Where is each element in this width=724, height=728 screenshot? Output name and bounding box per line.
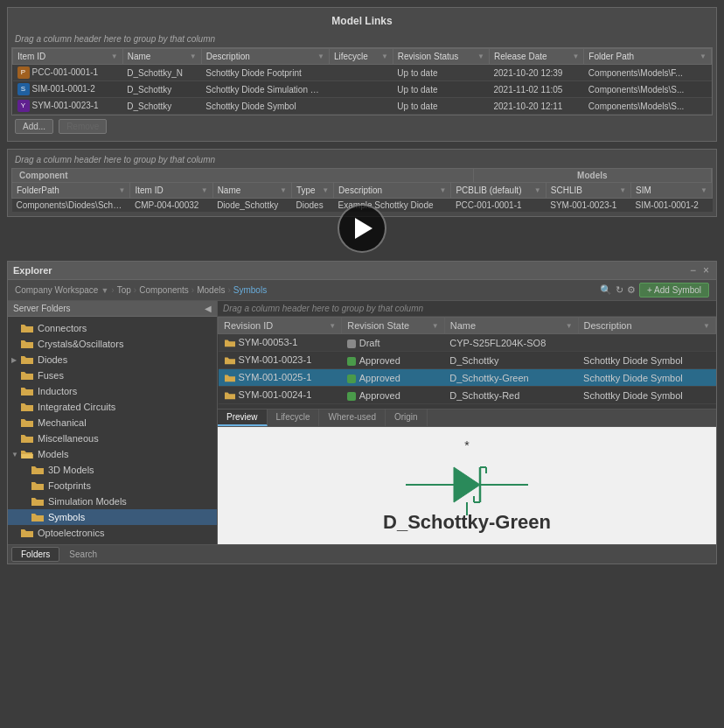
folder-item[interactable]: Symbols (8, 509, 217, 525)
col-name[interactable]: Name▼ (122, 49, 201, 65)
sym-col-name[interactable]: Name▼ (444, 318, 578, 334)
preview-tabs: PreviewLifecycleWhere-usedOrigin (218, 410, 716, 427)
folder-label: Miscellaneous (38, 433, 213, 444)
asterisk: * (464, 438, 469, 452)
ml-desc: Schottky Diode Simulation Model (201, 81, 329, 98)
breadcrumb-models[interactable]: Models (197, 285, 225, 295)
folder-item[interactable]: Crystals&Oscillators (8, 336, 217, 352)
breadcrumb-actions: 🔍 ↻ ⚙ + Add Symbol (600, 283, 709, 298)
collapse-button[interactable]: ◀ (205, 304, 212, 313)
symbol-row[interactable]: SYM-001-0024-1 Approved D_Schottky-Red S… (219, 387, 716, 404)
add-button[interactable]: Add... (15, 119, 53, 134)
model-links-row[interactable]: PPCC-001-0001-1 D_Schottky_N Schottky Di… (13, 65, 712, 81)
folder-item[interactable]: Footprints (8, 478, 217, 494)
folder-row-icon (224, 338, 236, 348)
explorer-close-btn[interactable]: × (701, 264, 711, 276)
content-area: Drag a column header here to group by th… (218, 301, 716, 544)
comp-col-desc[interactable]: Description▼ (334, 183, 451, 199)
breadcrumb-components[interactable]: Components (139, 285, 189, 295)
comp-col-schlib[interactable]: SCHLIB▼ (546, 183, 630, 199)
model-links-footer: Add... Remove (11, 116, 713, 137)
folder-item[interactable]: Simulation Models (8, 494, 217, 509)
add-symbol-button[interactable]: + Add Symbol (639, 283, 709, 298)
server-folders-header: Server Folders ◀ (8, 301, 217, 317)
component-section-label: Component (12, 169, 474, 182)
symbol-row[interactable]: SYM-001-0023-1 Approved D_Schottky Schot… (219, 352, 716, 369)
folder-item[interactable]: Mechanical (8, 415, 217, 430)
explorer-minimize-btn[interactable]: − (688, 264, 698, 276)
folder-item[interactable]: 3D Models (8, 462, 217, 478)
tab-preview[interactable]: Preview (218, 410, 268, 426)
tab-lifecycle[interactable]: Lifecycle (268, 410, 320, 426)
explorer-panel: Explorer − × Company Workspace ▼ › Top ›… (7, 261, 717, 564)
bottom-tab-folders[interactable]: Folders (11, 547, 59, 562)
folder-tree: Connectors Crystals&Oscillators ▶ Diodes… (8, 317, 217, 544)
model-links-row[interactable]: SSIM-001-0001-2 D_Schottky Schottky Diod… (13, 81, 712, 98)
workspace-selector[interactable]: Company Workspace (15, 285, 98, 295)
settings-btn[interactable]: ⚙ (627, 284, 636, 296)
refresh-btn[interactable]: ↻ (616, 284, 623, 296)
workspace-arrow: ▼ (101, 286, 108, 295)
ml-item-id: YSYM-001-0023-1 (13, 98, 123, 115)
row-name: Diode_Schottky (212, 199, 291, 213)
row-itemid: CMP-004-00032 (130, 199, 212, 213)
ml-folder-path: Components\Models\F... (584, 65, 712, 81)
breadcrumb-top[interactable]: Top (117, 285, 131, 295)
folder-item[interactable]: Fuses (8, 368, 217, 383)
folder-icon (20, 385, 34, 397)
col-revision-status[interactable]: Revision Status▼ (393, 49, 489, 65)
folder-item[interactable]: Inductors (8, 383, 217, 399)
col-item-id[interactable]: Item ID▼ (13, 49, 123, 65)
sub-header: Component Models (11, 168, 713, 182)
col-lifecycle[interactable]: Lifecycle▼ (329, 49, 393, 65)
comp-col-sim[interactable]: SIM▼ (631, 183, 713, 199)
folder-icon (20, 354, 34, 366)
folder-item[interactable]: ▶ Diodes (8, 352, 217, 368)
play-button[interactable] (338, 204, 386, 253)
sym-col-revid[interactable]: Revision ID▼ (219, 318, 342, 334)
folder-label: Connectors (38, 323, 213, 333)
comp-col-folderpath[interactable]: FolderPath▼ (12, 183, 130, 199)
sym-rev-id: SYM-001-0025-1 (219, 369, 342, 387)
col-release-date[interactable]: Release Date▼ (489, 49, 583, 65)
col-folder-path[interactable]: Folder Path▼ (584, 49, 712, 65)
symbol-row[interactable]: SYM-001-0025-1 Approved D_Schottky-Green… (219, 369, 716, 387)
row-sim: SIM-001-0001-2 (631, 199, 713, 213)
remove-button[interactable]: Remove (59, 119, 107, 134)
folder-label: Symbols (48, 512, 213, 522)
row-type-icon: Y (17, 100, 30, 112)
ml-item-id: PPCC-001-0001-1 (13, 65, 123, 81)
col-description[interactable]: Description▼ (201, 49, 329, 65)
ml-desc: Schottky Diode Symbol (201, 98, 329, 115)
bottom-tab-search[interactable]: Search (59, 547, 107, 562)
model-links-row[interactable]: YSYM-001-0023-1 D_Schottky Schottky Diod… (13, 98, 712, 115)
tab-where-used[interactable]: Where-used (319, 410, 385, 426)
folder-arrow: ▶ (11, 356, 20, 364)
folder-label: Models (38, 449, 213, 459)
folder-label: Inductors (38, 386, 213, 396)
comp-col-name[interactable]: Name▼ (212, 183, 291, 199)
folder-item[interactable]: Optoelectronics (8, 525, 217, 541)
folder-icon (31, 495, 45, 508)
comp-col-pcblib[interactable]: PCBLIB (default)▼ (451, 183, 546, 199)
ml-name: D_Schottky (122, 98, 201, 115)
folder-item[interactable]: Connectors (8, 320, 217, 336)
sym-col-state[interactable]: Revision State▼ (342, 318, 445, 334)
folder-label: Diodes (38, 354, 213, 365)
folder-item[interactable]: Integrated Circuits (8, 399, 217, 415)
model-links-drag-hint: Drag a column header here to group by th… (11, 32, 713, 47)
comp-col-itemid[interactable]: Item ID▼ (130, 183, 212, 199)
comp-col-type[interactable]: Type▼ (292, 183, 334, 199)
symbol-row[interactable]: SYM-00053-1 Draft CYP-S25FL204K-SO8 (219, 334, 716, 352)
model-links-title: Model Links (11, 11, 713, 32)
folder-icon (20, 338, 34, 350)
breadcrumb-symbols[interactable]: Symbols (233, 285, 267, 295)
sym-rev-id: SYM-00053-1 (219, 334, 342, 352)
row-type-icon: P (17, 66, 30, 79)
folder-item[interactable]: Miscellaneous (8, 430, 217, 446)
folder-item[interactable]: ▼ Models (8, 446, 217, 462)
tab-origin[interactable]: Origin (386, 410, 428, 426)
row-pcblib: PCC-001-0001-1 (451, 199, 546, 213)
search-btn[interactable]: 🔍 (600, 284, 612, 296)
sym-col-desc[interactable]: Description▼ (578, 318, 715, 334)
